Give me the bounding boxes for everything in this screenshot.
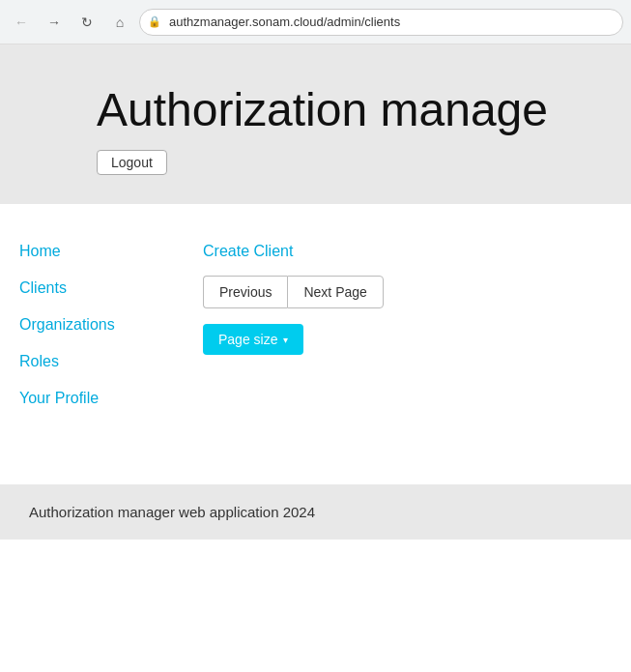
back-button[interactable]: ← bbox=[8, 9, 35, 36]
sidebar-item-your-profile[interactable]: Your Profile bbox=[19, 390, 164, 407]
page-size-button[interactable]: Page size ▾ bbox=[203, 324, 303, 355]
address-bar[interactable]: 🔒 authzmanager.sonam.cloud/admin/clients bbox=[139, 9, 623, 36]
sidebar-item-roles[interactable]: Roles bbox=[19, 353, 164, 370]
home-button[interactable]: ⌂ bbox=[106, 9, 133, 36]
next-page-button[interactable]: Next Page bbox=[287, 276, 383, 308]
page-wrapper: Authorization manage Logout Home Clients… bbox=[0, 44, 631, 672]
browser-chrome: ← → ↻ ⌂ 🔒 authzmanager.sonam.cloud/admin… bbox=[0, 0, 631, 44]
dropdown-arrow-icon: ▾ bbox=[283, 335, 288, 345]
main-content: Home Clients Organizations Roles Your Pr… bbox=[0, 223, 631, 455]
logout-button[interactable]: Logout bbox=[97, 150, 167, 175]
page-title: Authorization manage bbox=[97, 83, 602, 136]
forward-button[interactable]: → bbox=[41, 9, 68, 36]
sidebar-item-organizations[interactable]: Organizations bbox=[19, 316, 164, 334]
pagination-row: Previous Next Page bbox=[203, 276, 612, 308]
sidebar-item-clients[interactable]: Clients bbox=[19, 279, 164, 297]
footer: Authorization manager web application 20… bbox=[0, 484, 631, 540]
home-icon: ⌂ bbox=[116, 15, 124, 30]
sidebar: Home Clients Organizations Roles Your Pr… bbox=[0, 233, 184, 436]
forward-icon: → bbox=[47, 15, 61, 30]
address-security-icon: 🔒 bbox=[148, 15, 161, 28]
address-url: authzmanager.sonam.cloud/admin/clients bbox=[169, 15, 400, 29]
reload-button[interactable]: ↻ bbox=[73, 9, 100, 36]
sidebar-item-home[interactable]: Home bbox=[19, 243, 164, 260]
header-banner: Authorization manage Logout bbox=[0, 44, 631, 204]
content-area: Create Client Previous Next Page Page si… bbox=[184, 233, 631, 436]
page-size-label: Page size bbox=[218, 332, 277, 347]
footer-text: Authorization manager web application 20… bbox=[29, 504, 602, 520]
back-icon: ← bbox=[14, 15, 28, 30]
create-client-link[interactable]: Create Client bbox=[203, 243, 612, 260]
reload-icon: ↻ bbox=[81, 15, 93, 30]
previous-button[interactable]: Previous bbox=[203, 276, 287, 308]
